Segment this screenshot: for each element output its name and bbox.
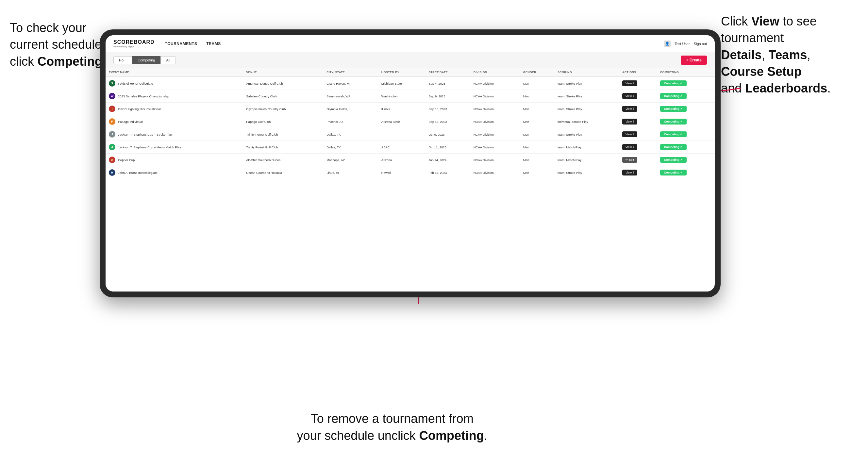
competing-button[interactable]: Competing ✓ <box>660 81 687 86</box>
cell-city-state: Dallas, TX <box>323 128 378 141</box>
cell-hosted-by: ABAC <box>378 141 426 154</box>
view-button[interactable]: View ℹ <box>622 169 637 176</box>
event-name-text: 2023 Sahalee Players Championship <box>118 94 169 98</box>
user-name: Test User <box>675 42 689 46</box>
table-row: J Jackson T. Stephens Cup – Men's Match … <box>105 141 715 154</box>
cell-start-date: Sep 4, 2023 <box>425 77 470 90</box>
competing-button[interactable]: Competing ✓ <box>660 157 687 163</box>
cell-start-date: Sep 18, 2023 <box>425 115 470 128</box>
nav-teams[interactable]: TEAMS <box>206 41 221 46</box>
info-icon: ℹ <box>633 94 634 98</box>
tab-home[interactable]: Ho... <box>114 56 132 64</box>
sign-out-link[interactable]: Sign out <box>694 42 707 46</box>
col-actions: ACTIONS <box>619 68 657 77</box>
scoreboard-title: SCOREBOARD <box>114 39 155 45</box>
cell-event-name: H John A. Burns Intercollegiate <box>105 166 243 179</box>
table-row: S Folds of Honor Collegiate American Dun… <box>105 77 715 90</box>
cell-competing: Competing ✓ <box>657 115 715 128</box>
cell-actions: View ℹ <box>619 141 657 154</box>
table-row: W 2023 Sahalee Players Championship Saha… <box>105 90 715 103</box>
cell-division: NCAA Division I <box>470 154 520 166</box>
view-button[interactable]: View ℹ <box>622 144 637 150</box>
cell-city-state: Olympia Fields, IL <box>323 103 378 115</box>
tab-competing[interactable]: Competing <box>132 56 160 64</box>
cell-city-state: Grand Haven, MI <box>323 77 378 90</box>
table-row: I OFCC Fighting Illini Invitational Olym… <box>105 103 715 115</box>
cell-competing: Competing ✓ <box>657 90 715 103</box>
cell-actions: View ℹ <box>619 90 657 103</box>
competing-button[interactable]: Competing ✓ <box>660 119 687 125</box>
event-name-text: Jackson T. Stephens Cup – Stroke Play <box>118 133 173 136</box>
annotation-bottom: To remove a tournament from your schedul… <box>268 410 516 444</box>
nav-links: TOURNAMENTS TEAMS <box>165 41 664 46</box>
scoreboard-subtitle: Powered by clippi <box>114 45 155 48</box>
competing-button[interactable]: Competing ✓ <box>660 169 687 176</box>
create-button[interactable]: + Create <box>681 56 707 65</box>
info-icon: ℹ <box>633 133 634 136</box>
view-button[interactable]: View ℹ <box>622 106 637 112</box>
cell-scoring: team, Stroke Play <box>554 90 619 103</box>
cell-competing: Competing ✓ <box>657 103 715 115</box>
cell-hosted-by: Washington <box>378 90 426 103</box>
info-icon: ℹ <box>633 82 634 85</box>
cell-competing: Competing ✓ <box>657 77 715 90</box>
cell-venue: Ak-Chin Southern Dunes <box>243 154 323 166</box>
cell-gender: Men <box>520 77 554 90</box>
team-logo: A <box>109 157 115 163</box>
cell-hosted-by <box>378 128 426 141</box>
info-icon: ℹ <box>633 171 634 174</box>
event-name-text: Papago Individual <box>118 120 143 124</box>
tab-all[interactable]: All <box>160 56 176 64</box>
cell-city-state: Sammamish, WA <box>323 90 378 103</box>
view-button[interactable]: View ℹ <box>622 81 637 86</box>
cell-venue: Sahalee Country Club <box>243 90 323 103</box>
cell-scoring: team, Stroke Play <box>554 128 619 141</box>
cell-city-state: Dallas, TX <box>323 141 378 154</box>
cell-hosted-by: Arizona <box>378 154 426 166</box>
view-button[interactable]: View ℹ <box>622 93 637 99</box>
competing-button[interactable]: Competing ✓ <box>660 144 687 150</box>
cell-hosted-by: Illinois <box>378 103 426 115</box>
ann-tr-3: tournament <box>721 31 784 45</box>
user-icon: 👤 <box>664 40 671 47</box>
cell-division: NCAA Division I <box>470 115 520 128</box>
cell-division: NCAA Division I <box>470 141 520 154</box>
edit-button[interactable]: ✏ Edit <box>622 157 637 163</box>
table-container: EVENT NAME VENUE CITY, STATE HOSTED BY S… <box>105 68 715 291</box>
cell-competing: Competing ✓ <box>657 154 715 166</box>
table-row: H John A. Burns Intercollegiate Ocean Co… <box>105 166 715 179</box>
cell-division: NCAA Division I <box>470 90 520 103</box>
cell-competing: Competing ✓ <box>657 166 715 179</box>
competing-button[interactable]: Competing ✓ <box>660 106 687 112</box>
cell-start-date: Oct 11, 2023 <box>425 141 470 154</box>
cell-start-date: Sep 9, 2023 <box>425 90 470 103</box>
cell-event-name: P Papago Individual <box>105 115 243 128</box>
view-button[interactable]: View ℹ <box>622 131 637 137</box>
cell-actions: View ℹ <box>619 166 657 179</box>
cell-gender: Men <box>520 128 554 141</box>
team-logo: P <box>109 118 115 125</box>
team-logo: H <box>109 169 115 176</box>
table-row: A Copper Cup Ak-Chin Southern DunesMaric… <box>105 154 715 166</box>
cell-city-state: Lihue, HI <box>323 166 378 179</box>
event-name-text: OFCC Fighting Illini Invitational <box>118 107 160 111</box>
annotation-line1: To check your <box>10 21 86 35</box>
tournaments-table: EVENT NAME VENUE CITY, STATE HOSTED BY S… <box>105 68 715 179</box>
cell-division: NCAA Division I <box>470 103 520 115</box>
tablet-frame: SCOREBOARD Powered by clippi TOURNAMENTS… <box>100 29 721 298</box>
nav-tournaments[interactable]: TOURNAMENTS <box>165 41 197 46</box>
ann-bot-2: your schedule unclick <box>297 429 419 442</box>
cell-start-date: Jan 14, 2024 <box>425 154 470 166</box>
view-button[interactable]: View ℹ <box>622 119 637 125</box>
ann-tr-6: and <box>721 82 745 95</box>
cell-actions: View ℹ <box>619 103 657 115</box>
scoreboard-logo: SCOREBOARD Powered by clippi <box>114 39 155 48</box>
ann-tr-b4: Course Setup <box>721 65 802 79</box>
competing-button[interactable]: Competing ✓ <box>660 131 687 137</box>
info-icon: ℹ <box>633 107 634 111</box>
cell-scoring: team, Stroke Play <box>554 103 619 115</box>
cell-competing: Competing ✓ <box>657 128 715 141</box>
competing-button[interactable]: Competing ✓ <box>660 93 687 99</box>
annotation-line2: current schedule, <box>10 38 105 51</box>
app-bar: SCOREBOARD Powered by clippi TOURNAMENTS… <box>105 35 715 52</box>
